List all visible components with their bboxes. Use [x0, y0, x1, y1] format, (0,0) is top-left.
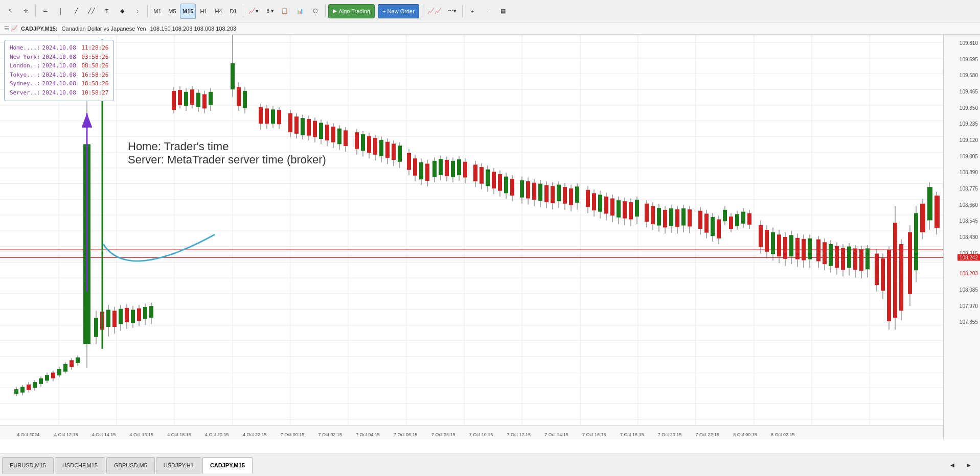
chart-canvas [0, 35, 943, 425]
price-108085: 108.085 [960, 287, 978, 292]
indicators-btn[interactable]: 📊 [293, 4, 307, 19]
svg-rect-132 [337, 129, 341, 145]
tf-M1[interactable]: M1 [150, 4, 165, 19]
svg-rect-98 [202, 94, 207, 108]
tf-M5[interactable]: M5 [165, 4, 179, 19]
sep5 [422, 5, 422, 17]
svg-rect-232 [669, 208, 673, 226]
new-order-label: New Order [388, 8, 415, 14]
new-order-btn[interactable]: + New Order [378, 4, 419, 18]
svg-rect-116 [288, 113, 292, 132]
indicators2-btn[interactable]: 📈📈 [425, 4, 444, 19]
svg-rect-44 [14, 389, 18, 394]
grid-btn[interactable]: ▦ [496, 4, 510, 19]
zoom-in-btn[interactable]: + [465, 4, 480, 19]
chart-low: 108.008 [194, 26, 214, 32]
time-4oct1615: 4 Oct 16:15 [129, 432, 153, 437]
clock-time-home: 11:28:26 [78, 43, 109, 53]
svg-rect-240 [698, 211, 702, 229]
trend-tool[interactable]: ╱ [69, 4, 83, 19]
clock-date-newyork: 2024.10.08 [42, 53, 76, 62]
chart-style-btn[interactable]: 🕯▾ [262, 4, 277, 19]
clock-time-london: 08:58:26 [78, 61, 109, 70]
svg-rect-222 [635, 200, 639, 217]
strategy-tester-btn[interactable]: 〜▾ [445, 4, 460, 19]
price-109005: 109.005 [960, 153, 978, 159]
svg-rect-108 [259, 107, 263, 124]
tab-eurusdm15[interactable]: EURUSD,M15 [2, 457, 54, 473]
svg-rect-148 [392, 144, 396, 160]
tf-H4[interactable]: H4 [211, 4, 225, 19]
price-108660: 108.660 [960, 202, 978, 207]
svg-rect-308 [920, 204, 925, 232]
vline-tool[interactable]: │ [54, 4, 68, 19]
svg-rect-158 [425, 163, 429, 181]
svg-rect-134 [344, 130, 348, 146]
cursor-tool[interactable]: ↖ [3, 4, 17, 19]
time-7oct0615: 7 Oct 06:15 [394, 432, 418, 437]
time-7oct1415: 7 Oct 14:15 [544, 432, 568, 437]
zoom-out-btn[interactable]: - [481, 4, 495, 19]
tab-usdjpyh1[interactable]: USDJPY,H1 [156, 457, 201, 473]
svg-rect-100 [209, 92, 213, 105]
chart-header: ☰ 📈 CADJPY,M15: Canadian Dollar vs Japan… [0, 22, 980, 35]
svg-rect-234 [675, 209, 679, 227]
svg-rect-56 [51, 373, 55, 378]
svg-rect-166 [451, 161, 455, 177]
clock-date-server: 2024.10.08 [42, 88, 76, 98]
time-7oct1015: 7 Oct 10:15 [469, 432, 493, 437]
svg-rect-276 [816, 240, 821, 261]
tf-D1[interactable]: D1 [226, 4, 240, 19]
tab-gbpusdm5[interactable]: GBPUSD,M5 [106, 457, 155, 473]
fibonacci-tool[interactable]: ⋮ [130, 4, 145, 19]
svg-rect-46 [20, 387, 25, 392]
tab-scroll-area: ◀ ▶ [945, 458, 978, 473]
svg-rect-172 [473, 164, 477, 181]
svg-rect-150 [398, 146, 402, 162]
channel-tool[interactable]: ╱╱ [84, 4, 99, 19]
svg-rect-160 [432, 161, 437, 177]
price-108430: 108.430 [960, 234, 978, 240]
tab-usdchfm15[interactable]: USDCHF,M15 [55, 457, 105, 473]
text-tool[interactable]: T [100, 4, 114, 19]
clock-time-server: 10:58:27 [78, 88, 109, 98]
svg-rect-260 [765, 230, 769, 252]
algo-trading-btn[interactable]: ▶ Algo Trading [328, 4, 375, 18]
svg-rect-298 [887, 250, 891, 321]
periodicals-btn[interactable]: ⬡ [308, 4, 323, 19]
tf-H1[interactable]: H1 [196, 4, 211, 19]
template-btn[interactable]: 📋 [278, 4, 292, 19]
svg-rect-292 [865, 248, 870, 269]
price-109580: 109.580 [960, 73, 978, 78]
time-7oct0815: 7 Oct 08:15 [431, 432, 455, 437]
svg-rect-192 [538, 184, 542, 201]
svg-rect-290 [859, 249, 863, 271]
svg-rect-156 [419, 162, 423, 180]
svg-rect-74 [112, 311, 117, 327]
tab-cadjpym15[interactable]: CADJPY,M15 [202, 457, 253, 473]
crosshair-tool[interactable]: ✛ [18, 4, 33, 19]
chart-type-btn[interactable]: 📈▾ [246, 4, 261, 19]
svg-rect-142 [373, 138, 377, 155]
svg-rect-104 [237, 87, 241, 106]
svg-rect-238 [688, 209, 692, 227]
time-4oct1415: 4 Oct 14:15 [92, 432, 116, 437]
tab-scroll-right[interactable]: ▶ [962, 458, 976, 473]
svg-rect-58 [57, 369, 61, 375]
svg-rect-128 [325, 125, 329, 140]
svg-rect-136 [355, 132, 359, 149]
clock-date-sydney: 2024.10.08 [42, 79, 76, 88]
tab-scroll-left[interactable]: ◀ [945, 458, 960, 473]
time-8oct0215: 8 Oct 02:15 [771, 432, 795, 437]
svg-rect-208 [592, 193, 596, 210]
svg-rect-164 [445, 160, 449, 176]
clock-label-home: Home....: [10, 43, 40, 53]
svg-rect-140 [367, 136, 371, 153]
tf-M15[interactable]: M15 [180, 4, 196, 19]
hline-tool[interactable]: ─ [38, 4, 53, 19]
svg-rect-278 [823, 242, 827, 264]
chart-high: 108.203 [172, 26, 193, 32]
shapes-tool[interactable]: ◆ [115, 4, 129, 19]
svg-rect-92 [184, 92, 188, 106]
svg-rect-250 [729, 217, 733, 229]
